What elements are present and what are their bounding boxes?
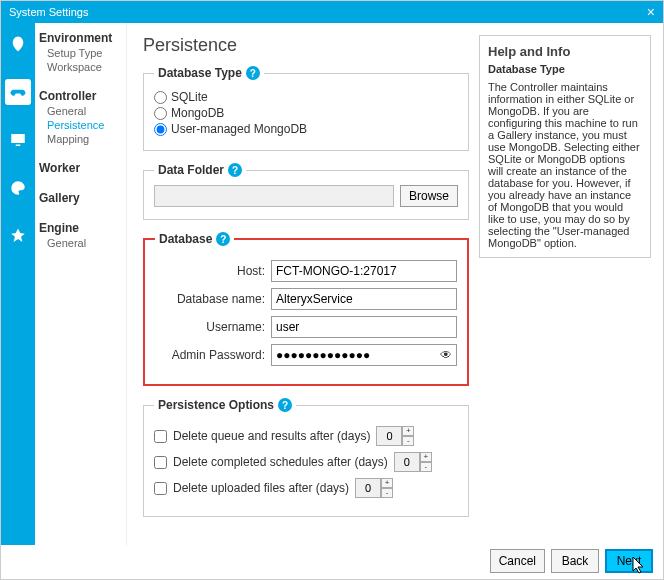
nav-sub-workspace[interactable]: Workspace bbox=[39, 61, 122, 73]
back-button[interactable]: Back bbox=[551, 549, 599, 573]
password-input[interactable] bbox=[271, 344, 435, 366]
help-icon[interactable]: ? bbox=[228, 163, 242, 177]
username-input[interactable] bbox=[271, 316, 457, 338]
monitor-icon bbox=[9, 131, 27, 149]
nav-group-controller[interactable]: Controller bbox=[39, 89, 122, 103]
titlebar: System Settings × bbox=[1, 1, 663, 23]
radio-sqlite[interactable]: SQLite bbox=[154, 90, 458, 104]
help-icon[interactable]: ? bbox=[246, 66, 260, 80]
fieldset-dbtype: Database Type ? SQLite MongoDB User-mana… bbox=[143, 66, 469, 151]
cancel-button[interactable]: Cancel bbox=[490, 549, 545, 573]
nav-sub-setup-type[interactable]: Setup Type bbox=[39, 47, 122, 59]
host-input[interactable] bbox=[271, 260, 457, 282]
spin-up[interactable]: + bbox=[402, 426, 414, 436]
icon-worker[interactable] bbox=[5, 127, 31, 153]
iconbar bbox=[1, 23, 35, 545]
nav-group-worker[interactable]: Worker bbox=[39, 161, 122, 175]
icon-environment[interactable] bbox=[5, 31, 31, 57]
help-body: The Controller maintains information in … bbox=[488, 81, 642, 249]
radio-user-mongodb[interactable]: User-managed MongoDB bbox=[154, 122, 458, 136]
dbname-label: Database name: bbox=[155, 292, 265, 306]
fieldset-database: Database ? Host: Database name: Username… bbox=[143, 232, 469, 386]
dbname-input[interactable] bbox=[271, 288, 457, 310]
spin-files[interactable] bbox=[355, 478, 381, 498]
icon-controller[interactable] bbox=[5, 79, 31, 105]
help-icon[interactable]: ? bbox=[216, 232, 230, 246]
icon-gallery[interactable] bbox=[5, 175, 31, 201]
icon-engine[interactable] bbox=[5, 223, 31, 249]
page-title: Persistence bbox=[143, 35, 469, 56]
nav-sub-persistence[interactable]: Persistence bbox=[39, 119, 122, 131]
nav-group-gallery[interactable]: Gallery bbox=[39, 191, 122, 205]
fieldset-persist-options: Persistence Options ? Delete queue and r… bbox=[143, 398, 469, 517]
engine-icon bbox=[9, 227, 27, 245]
spin-down[interactable]: - bbox=[381, 488, 393, 498]
nav-group-engine[interactable]: Engine bbox=[39, 221, 122, 235]
chk-delete-sched[interactable] bbox=[154, 456, 167, 469]
fieldset-datafolder: Data Folder ? Browse bbox=[143, 163, 469, 220]
legend-dbtype: Database Type ? bbox=[154, 66, 264, 80]
main: Persistence Database Type ? SQLite Mongo… bbox=[127, 23, 663, 545]
next-button[interactable]: Next bbox=[605, 549, 653, 573]
help-panel: Help and Info Database Type The Controll… bbox=[479, 35, 651, 258]
footer: Cancel Back Next bbox=[490, 549, 653, 573]
help-title: Help and Info bbox=[488, 44, 642, 59]
legend-datafolder: Data Folder ? bbox=[154, 163, 246, 177]
password-label: Admin Password: bbox=[155, 348, 265, 362]
nav-sub-general[interactable]: General bbox=[39, 105, 122, 117]
opt-delete-files: Delete uploaded files after (days) +- bbox=[154, 478, 458, 498]
datafolder-input bbox=[154, 185, 394, 207]
palette-icon bbox=[9, 179, 27, 197]
legend-persist: Persistence Options ? bbox=[154, 398, 296, 412]
leaf-icon bbox=[9, 35, 27, 53]
side-nav: Environment Setup Type Workspace Control… bbox=[35, 23, 127, 545]
close-icon[interactable]: × bbox=[647, 4, 655, 20]
spin-down[interactable]: - bbox=[402, 436, 414, 446]
chk-delete-queue[interactable] bbox=[154, 430, 167, 443]
body: Environment Setup Type Workspace Control… bbox=[1, 23, 663, 545]
nav-sub-engine-general[interactable]: General bbox=[39, 237, 122, 249]
nav-group-environment[interactable]: Environment bbox=[39, 31, 122, 45]
chk-delete-files[interactable] bbox=[154, 482, 167, 495]
eye-icon[interactable]: 👁 bbox=[435, 344, 457, 366]
legend-database: Database ? bbox=[155, 232, 234, 246]
window-title: System Settings bbox=[9, 6, 88, 18]
help-subtitle: Database Type bbox=[488, 63, 642, 75]
username-label: Username: bbox=[155, 320, 265, 334]
spin-sched[interactable] bbox=[394, 452, 420, 472]
opt-delete-sched: Delete completed schedules after (days) … bbox=[154, 452, 458, 472]
browse-button[interactable]: Browse bbox=[400, 185, 458, 207]
help-icon[interactable]: ? bbox=[278, 398, 292, 412]
spin-down[interactable]: - bbox=[420, 462, 432, 472]
controller-icon bbox=[9, 83, 27, 101]
host-label: Host: bbox=[155, 264, 265, 278]
radio-mongodb[interactable]: MongoDB bbox=[154, 106, 458, 120]
spin-up[interactable]: + bbox=[420, 452, 432, 462]
content: Persistence Database Type ? SQLite Mongo… bbox=[143, 35, 469, 545]
spin-queue[interactable] bbox=[376, 426, 402, 446]
nav-sub-mapping[interactable]: Mapping bbox=[39, 133, 122, 145]
spin-up[interactable]: + bbox=[381, 478, 393, 488]
opt-delete-queue: Delete queue and results after (days) +- bbox=[154, 426, 458, 446]
